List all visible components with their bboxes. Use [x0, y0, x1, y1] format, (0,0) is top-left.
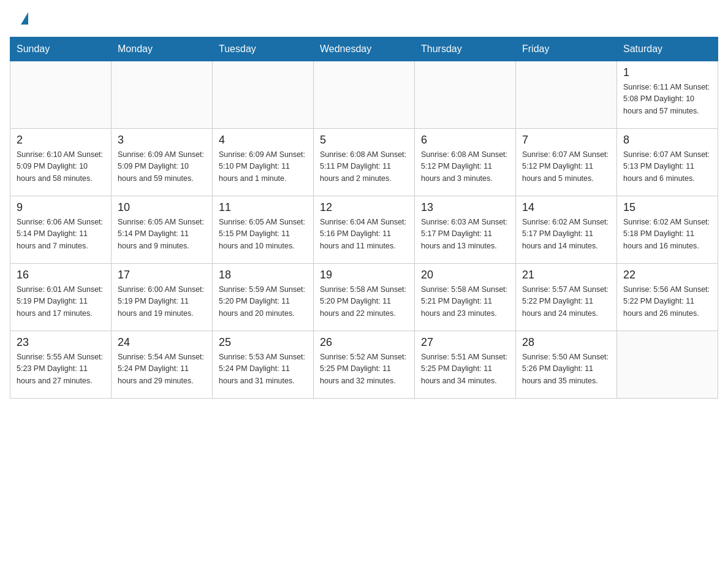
day-info: Sunrise: 5:58 AM Sunset: 5:20 PM Dayligh…: [320, 284, 408, 320]
calendar-cell: 4Sunrise: 6:09 AM Sunset: 5:10 PM Daylig…: [213, 129, 314, 196]
calendar-cell: 8Sunrise: 6:07 AM Sunset: 5:13 PM Daylig…: [617, 129, 718, 196]
page-header: [0, 0, 728, 32]
calendar-cell: [314, 61, 415, 129]
day-info: Sunrise: 5:57 AM Sunset: 5:22 PM Dayligh…: [522, 284, 610, 320]
calendar-cell: 1Sunrise: 6:11 AM Sunset: 5:08 PM Daylig…: [617, 61, 718, 129]
calendar-cell: 24Sunrise: 5:54 AM Sunset: 5:24 PM Dayli…: [112, 331, 213, 399]
day-number: 4: [219, 134, 307, 147]
calendar-cell: 27Sunrise: 5:51 AM Sunset: 5:25 PM Dayli…: [415, 331, 516, 399]
day-number: 7: [522, 134, 610, 147]
day-info: Sunrise: 6:03 AM Sunset: 5:17 PM Dayligh…: [421, 216, 509, 252]
calendar-cell: [415, 61, 516, 129]
day-number: 15: [623, 201, 711, 214]
calendar-cell: 14Sunrise: 6:02 AM Sunset: 5:17 PM Dayli…: [516, 196, 617, 264]
calendar-cell: [213, 61, 314, 129]
calendar-cell: 13Sunrise: 6:03 AM Sunset: 5:17 PM Dayli…: [415, 196, 516, 264]
day-number: 25: [219, 336, 307, 349]
day-number: 2: [17, 134, 105, 147]
calendar-cell: 3Sunrise: 6:09 AM Sunset: 5:09 PM Daylig…: [112, 129, 213, 196]
calendar-cell: 2Sunrise: 6:10 AM Sunset: 5:09 PM Daylig…: [10, 129, 112, 196]
day-info: Sunrise: 6:09 AM Sunset: 5:09 PM Dayligh…: [118, 149, 206, 185]
calendar-cell: [112, 61, 213, 129]
day-info: Sunrise: 6:08 AM Sunset: 5:12 PM Dayligh…: [421, 149, 509, 185]
calendar-cell: [10, 61, 112, 129]
calendar-cell: 6Sunrise: 6:08 AM Sunset: 5:12 PM Daylig…: [415, 129, 516, 196]
day-number: 18: [219, 269, 307, 282]
calendar-cell: 23Sunrise: 5:55 AM Sunset: 5:23 PM Dayli…: [10, 331, 112, 399]
day-info: Sunrise: 5:56 AM Sunset: 5:22 PM Dayligh…: [623, 284, 711, 320]
day-info: Sunrise: 5:58 AM Sunset: 5:21 PM Dayligh…: [421, 284, 509, 320]
calendar-cell: 11Sunrise: 6:05 AM Sunset: 5:15 PM Dayli…: [213, 196, 314, 264]
day-info: Sunrise: 5:55 AM Sunset: 5:23 PM Dayligh…: [17, 351, 105, 387]
calendar-cell: 18Sunrise: 5:59 AM Sunset: 5:20 PM Dayli…: [213, 264, 314, 331]
day-number: 6: [421, 134, 509, 147]
calendar-week-row: 23Sunrise: 5:55 AM Sunset: 5:23 PM Dayli…: [10, 331, 718, 399]
day-info: Sunrise: 6:10 AM Sunset: 5:09 PM Dayligh…: [17, 149, 105, 185]
day-number: 10: [118, 201, 206, 214]
day-info: Sunrise: 6:07 AM Sunset: 5:13 PM Dayligh…: [623, 149, 711, 185]
day-number: 27: [421, 336, 509, 349]
day-number: 16: [17, 269, 105, 282]
logo-triangle-icon: [21, 12, 28, 25]
calendar-table: SundayMondayTuesdayWednesdayThursdayFrid…: [10, 37, 718, 399]
calendar-cell: 15Sunrise: 6:02 AM Sunset: 5:18 PM Dayli…: [617, 196, 718, 264]
day-number: 22: [623, 269, 711, 282]
calendar-week-row: 1Sunrise: 6:11 AM Sunset: 5:08 PM Daylig…: [10, 61, 718, 129]
day-info: Sunrise: 6:04 AM Sunset: 5:16 PM Dayligh…: [320, 216, 408, 252]
calendar-cell: [516, 61, 617, 129]
day-number: 19: [320, 269, 408, 282]
calendar-cell: 28Sunrise: 5:50 AM Sunset: 5:26 PM Dayli…: [516, 331, 617, 399]
calendar-week-row: 9Sunrise: 6:06 AM Sunset: 5:14 PM Daylig…: [10, 196, 718, 264]
calendar-week-row: 16Sunrise: 6:01 AM Sunset: 5:19 PM Dayli…: [10, 264, 718, 331]
day-info: Sunrise: 5:51 AM Sunset: 5:25 PM Dayligh…: [421, 351, 509, 387]
calendar-cell: 16Sunrise: 6:01 AM Sunset: 5:19 PM Dayli…: [10, 264, 112, 331]
calendar-cell: 17Sunrise: 6:00 AM Sunset: 5:19 PM Dayli…: [112, 264, 213, 331]
day-number: 28: [522, 336, 610, 349]
day-number: 17: [118, 269, 206, 282]
day-info: Sunrise: 6:00 AM Sunset: 5:19 PM Dayligh…: [118, 284, 206, 320]
day-number: 23: [17, 336, 105, 349]
calendar-cell: 21Sunrise: 5:57 AM Sunset: 5:22 PM Dayli…: [516, 264, 617, 331]
day-info: Sunrise: 6:07 AM Sunset: 5:12 PM Dayligh…: [522, 149, 610, 185]
calendar-cell: 25Sunrise: 5:53 AM Sunset: 5:24 PM Dayli…: [213, 331, 314, 399]
logo: [20, 15, 28, 25]
day-info: Sunrise: 5:53 AM Sunset: 5:24 PM Dayligh…: [219, 351, 307, 387]
day-header-wednesday: Wednesday: [314, 37, 415, 61]
day-header-thursday: Thursday: [415, 37, 516, 61]
day-header-friday: Friday: [516, 37, 617, 61]
day-info: Sunrise: 6:02 AM Sunset: 5:17 PM Dayligh…: [522, 216, 610, 252]
calendar-cell: 22Sunrise: 5:56 AM Sunset: 5:22 PM Dayli…: [617, 264, 718, 331]
calendar-week-row: 2Sunrise: 6:10 AM Sunset: 5:09 PM Daylig…: [10, 129, 718, 196]
calendar-cell: [617, 331, 718, 399]
day-info: Sunrise: 6:01 AM Sunset: 5:19 PM Dayligh…: [17, 284, 105, 320]
day-number: 21: [522, 269, 610, 282]
calendar-cell: 5Sunrise: 6:08 AM Sunset: 5:11 PM Daylig…: [314, 129, 415, 196]
day-number: 1: [623, 66, 711, 79]
calendar-cell: 26Sunrise: 5:52 AM Sunset: 5:25 PM Dayli…: [314, 331, 415, 399]
calendar-cell: 12Sunrise: 6:04 AM Sunset: 5:16 PM Dayli…: [314, 196, 415, 264]
day-number: 5: [320, 134, 408, 147]
day-info: Sunrise: 5:59 AM Sunset: 5:20 PM Dayligh…: [219, 284, 307, 320]
calendar-cell: 7Sunrise: 6:07 AM Sunset: 5:12 PM Daylig…: [516, 129, 617, 196]
day-number: 8: [623, 134, 711, 147]
day-number: 13: [421, 201, 509, 214]
day-info: Sunrise: 6:09 AM Sunset: 5:10 PM Dayligh…: [219, 149, 307, 185]
calendar-cell: 10Sunrise: 6:05 AM Sunset: 5:14 PM Dayli…: [112, 196, 213, 264]
day-info: Sunrise: 5:54 AM Sunset: 5:24 PM Dayligh…: [118, 351, 206, 387]
day-number: 11: [219, 201, 307, 214]
day-info: Sunrise: 6:11 AM Sunset: 5:08 PM Dayligh…: [623, 82, 711, 117]
day-number: 14: [522, 201, 610, 214]
day-number: 12: [320, 201, 408, 214]
day-number: 9: [17, 201, 105, 214]
day-number: 20: [421, 269, 509, 282]
day-info: Sunrise: 5:52 AM Sunset: 5:25 PM Dayligh…: [320, 351, 408, 387]
day-number: 3: [118, 134, 206, 147]
day-number: 24: [118, 336, 206, 349]
calendar-header-row: SundayMondayTuesdayWednesdayThursdayFrid…: [10, 37, 718, 61]
day-info: Sunrise: 5:50 AM Sunset: 5:26 PM Dayligh…: [522, 351, 610, 387]
day-header-tuesday: Tuesday: [213, 37, 314, 61]
day-info: Sunrise: 6:08 AM Sunset: 5:11 PM Dayligh…: [320, 149, 408, 185]
day-header-sunday: Sunday: [10, 37, 112, 61]
day-info: Sunrise: 6:05 AM Sunset: 5:14 PM Dayligh…: [118, 216, 206, 252]
calendar-cell: 9Sunrise: 6:06 AM Sunset: 5:14 PM Daylig…: [10, 196, 112, 264]
